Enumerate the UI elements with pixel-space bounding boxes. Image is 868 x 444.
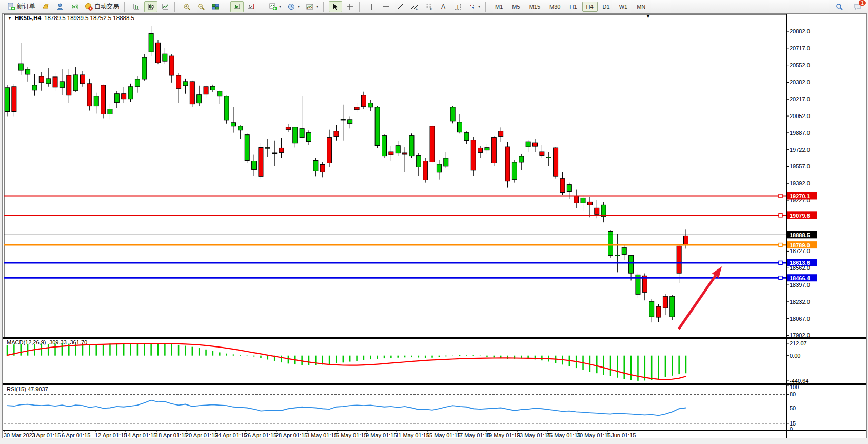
toolbar-button-label-t[interactable]: T: [451, 1, 464, 12]
crosshair-icon: [346, 3, 354, 11]
price-axis-label: 19887.0: [790, 130, 810, 136]
hline-handle[interactable]: [779, 243, 782, 247]
candlestick: [622, 247, 626, 254]
toolbar-button-search[interactable]: [833, 1, 846, 12]
toolbar-button-fibo[interactable]: F: [422, 1, 436, 12]
toolbar-button-cursor[interactable]: [329, 1, 342, 12]
macd-histogram-bar: [623, 356, 625, 379]
chart-title-dropdown-icon[interactable]: ▼: [8, 16, 12, 21]
toolbar-button-new-chart[interactable]: ▾: [266, 1, 284, 12]
hline-handle[interactable]: [779, 261, 782, 264]
price-axis-label: 18067.0: [790, 316, 810, 322]
candlestick: [245, 135, 249, 161]
hline-handle[interactable]: [779, 276, 782, 280]
toolbar-button-label: 自动交易: [94, 2, 119, 11]
candlestick: [18, 64, 23, 70]
timeframe-button-d1[interactable]: D1: [599, 2, 614, 12]
toolbar-button-line-chart[interactable]: [159, 1, 172, 12]
toolbar-button-new-order[interactable]: 新订单: [5, 1, 38, 12]
price-badge-label: 18613.6: [790, 260, 810, 266]
toolbar-button-chart-shift[interactable]: [245, 1, 258, 12]
price-axis-label: 17902.0: [790, 332, 810, 338]
time-axis-label: 26 Apr 01:15: [245, 432, 277, 438]
macd-histogram-bar: [171, 344, 172, 356]
toolbar-button-crosshair[interactable]: [343, 1, 357, 12]
candlestick: [382, 136, 387, 156]
toolbar-button-signal[interactable]: [68, 1, 81, 12]
hline-handle[interactable]: [779, 214, 782, 217]
timeframe-button-h1[interactable]: H1: [565, 2, 581, 12]
toolbar-button-period[interactable]: ▾: [285, 1, 302, 12]
toolbar-button-auto-scroll[interactable]: [230, 1, 244, 12]
chart-window[interactable]: ▼ HK50-,H4 18789.5 18939.5 18752.5 18888…: [2, 13, 867, 438]
time-axis-label: 11 May 01:15: [396, 432, 429, 438]
toolbar-button-channel[interactable]: E: [408, 1, 421, 12]
toolbar-button-bar-chart[interactable]: [130, 1, 143, 12]
time-axis-label: 14 Apr 01:15: [125, 432, 156, 438]
timeframe-button-w1[interactable]: W1: [615, 2, 632, 12]
toolbar-button-autotrade[interactable]: 自动交易: [82, 1, 122, 12]
toolbar-button-candle-chart[interactable]: [144, 1, 157, 12]
hline-handle[interactable]: [779, 194, 782, 198]
dropdown-arrow-icon[interactable]: ▾: [316, 4, 318, 9]
timeframe-button-h4[interactable]: H4: [582, 2, 598, 12]
candlestick: [53, 77, 57, 87]
macd-histogram-bar: [336, 356, 337, 363]
candlestick: [94, 96, 98, 106]
time-axis-label: 9 May 01:15: [366, 432, 397, 438]
timeframe-button-m15[interactable]: M15: [525, 2, 544, 12]
candlestick: [533, 143, 538, 146]
toolbar-button-hline[interactable]: [379, 1, 392, 12]
toolbar-button-profiles[interactable]: ▾: [303, 1, 321, 12]
time-axis-label: 12 Apr 01:15: [95, 432, 127, 438]
candlestick: [252, 161, 257, 170]
timeframe-button-m30[interactable]: M30: [545, 2, 564, 12]
macd-histogram-bar: [301, 356, 303, 365]
toolbar-button-expert-advisor[interactable]: [53, 1, 67, 12]
dropdown-arrow-icon[interactable]: ▾: [478, 4, 480, 9]
toolbar-button-zoom-in[interactable]: [180, 1, 193, 12]
candlestick: [73, 75, 78, 91]
toolbar-button-tile-windows[interactable]: [209, 1, 222, 12]
candlestick: [595, 208, 599, 214]
dropdown-arrow-icon[interactable]: ▾: [298, 4, 300, 9]
candlestick: [423, 161, 428, 180]
dropdown-arrow-icon[interactable]: ▾: [279, 4, 281, 9]
candlestick: [368, 103, 373, 107]
toolbar-button-chat[interactable]: 1: [851, 1, 864, 12]
main-toolbar: 新订单自动交易▾▾▾EFAT▾M1M5M15M30H1H4D1W1MN1: [0, 0, 868, 13]
profiles-icon: [306, 3, 314, 11]
toolbar-button-vline[interactable]: [365, 1, 378, 12]
toolbar-button-arrows[interactable]: ▾: [465, 1, 483, 12]
candlestick: [554, 148, 558, 176]
candlestick: [444, 158, 448, 166]
candlestick: [81, 75, 85, 84]
toolbar-button-trendline[interactable]: [393, 1, 407, 12]
chart-symbol-period: HK50-,H4: [15, 15, 41, 21]
macd-histogram-bar: [226, 354, 227, 356]
chart-background: [3, 14, 866, 438]
candlestick: [437, 164, 441, 172]
price-axis-label: 19392.0: [790, 180, 810, 186]
timeframe-button-m1[interactable]: M1: [491, 2, 507, 12]
chart-expert-arrow-icon[interactable]: ▼: [646, 14, 650, 19]
svg-text:E: E: [416, 7, 418, 10]
toolbar-button-text-a[interactable]: A: [437, 1, 450, 12]
toolbar-button-gold-bar[interactable]: [39, 1, 52, 12]
candlestick: [403, 153, 407, 154]
candlestick: [450, 107, 455, 121]
chart-canvas[interactable]: 20882.020717.020552.020382.020217.020052…: [3, 14, 866, 438]
timeframe-button-m5[interactable]: M5: [508, 2, 524, 12]
candlestick: [478, 148, 483, 152]
timeframe-button-mn[interactable]: MN: [633, 2, 649, 12]
macd-histogram-bar: [363, 356, 365, 360]
candlestick: [409, 136, 414, 156]
candlestick: [341, 119, 345, 120]
toolbar-button-zoom-out[interactable]: [194, 1, 208, 12]
macd-histogram-bar: [267, 356, 269, 360]
svg-text:T: T: [456, 4, 459, 9]
label-t-icon: T: [453, 3, 462, 11]
candlestick: [670, 296, 675, 317]
candlestick: [587, 202, 592, 205]
macd-histogram-bar: [431, 356, 433, 358]
